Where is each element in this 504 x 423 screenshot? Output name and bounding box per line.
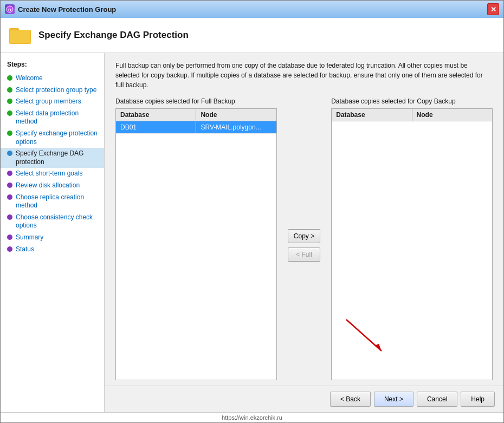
content-area: Steps: Welcome Select protection group t… xyxy=(1,53,503,412)
dot-choose-replica-creation-method xyxy=(7,194,12,200)
back-button[interactable]: < Back xyxy=(330,392,371,407)
app-icon: D xyxy=(5,4,15,14)
copy-backup-col-node: Node xyxy=(412,109,492,121)
full-backup-table-body: DB01 SRV-MAIL.polygon... xyxy=(116,121,276,378)
sidebar-item-welcome[interactable]: Welcome xyxy=(1,73,104,84)
steps-label: Steps: xyxy=(1,58,104,73)
sidebar-label-review-disk-allocation: Review disk allocation xyxy=(16,181,80,190)
sidebar-label-summary: Summary xyxy=(16,233,43,242)
copy-backup-table-body xyxy=(332,121,492,378)
sidebar-item-review-disk-allocation[interactable]: Review disk allocation xyxy=(1,180,104,192)
sidebar-item-select-group-members[interactable]: Select group members xyxy=(1,96,104,108)
sidebar-item-status[interactable]: Status xyxy=(1,244,104,256)
dot-select-short-term-goals xyxy=(7,171,12,176)
sidebar: Steps: Welcome Select protection group t… xyxy=(1,53,105,412)
close-button[interactable]: ✕ xyxy=(487,3,499,15)
full-button[interactable]: < Full xyxy=(288,248,320,262)
full-backup-section: Database copies selected for Full Backup… xyxy=(115,97,277,380)
sidebar-label-status: Status xyxy=(16,245,34,254)
sidebar-label-select-group-members: Select group members xyxy=(16,97,81,106)
full-backup-row-node: SRV-MAIL.polygon... xyxy=(196,121,276,133)
dot-summary xyxy=(7,235,12,240)
status-bar: https://win.ekzorchik.ru xyxy=(1,412,503,422)
sidebar-item-choose-replica-creation-method[interactable]: Choose replica creation method xyxy=(1,192,104,212)
page-title: Specify Exchange DAG Protection xyxy=(38,30,189,41)
copy-backup-section: Database copies selected for Copy Backup… xyxy=(331,97,493,380)
sidebar-label-select-short-term-goals: Select short-term goals xyxy=(16,170,82,178)
help-button[interactable]: Help xyxy=(461,392,495,407)
sidebar-item-select-protection-group-type[interactable]: Select protection group type xyxy=(1,84,104,96)
dot-select-protection-group-type xyxy=(7,87,12,93)
full-backup-label: Database copies selected for Full Backup xyxy=(115,97,277,105)
footer: < Back Next > Cancel Help xyxy=(105,386,503,412)
middle-buttons: Copy > < Full xyxy=(285,110,324,380)
sidebar-item-choose-consistency-check-options[interactable]: Choose consistency check options xyxy=(1,212,104,232)
main-panel: Full backup can only be performed from o… xyxy=(105,53,503,412)
full-backup-col-database: Database xyxy=(116,109,196,121)
dot-select-data-protection-method xyxy=(7,110,12,116)
copy-backup-table-header: Database Node xyxy=(332,109,492,121)
cancel-button[interactable]: Cancel xyxy=(417,392,457,407)
sidebar-label-specify-exchange-dag-protection: Specify Exchange DAG protection xyxy=(16,149,98,166)
sidebar-item-select-short-term-goals[interactable]: Select short-term goals xyxy=(1,168,104,180)
main-window: D Create New Protection Group ✕ Specify … xyxy=(0,0,504,423)
sidebar-label-welcome: Welcome xyxy=(16,74,43,83)
sidebar-item-summary[interactable]: Summary xyxy=(1,232,104,244)
info-text: Full backup can only be performed from o… xyxy=(105,53,503,97)
sidebar-label-specify-exchange-protection-options: Specify exchange protection options xyxy=(16,129,98,146)
dot-specify-exchange-protection-options xyxy=(7,131,12,136)
sidebar-label-choose-replica-creation-method: Choose replica creation method xyxy=(16,193,98,210)
table-row[interactable]: DB01 SRV-MAIL.polygon... xyxy=(116,121,276,134)
dot-welcome xyxy=(7,75,12,81)
dot-choose-consistency-check-options xyxy=(7,214,12,220)
status-url: https://win.ekzorchik.ru xyxy=(222,414,282,421)
sidebar-label-choose-consistency-check-options: Choose consistency check options xyxy=(16,213,98,230)
sidebar-item-specify-exchange-protection-options[interactable]: Specify exchange protection options xyxy=(1,128,104,148)
full-backup-row-database: DB01 xyxy=(116,121,196,133)
svg-text:D: D xyxy=(8,8,11,12)
full-backup-table-header: Database Node xyxy=(116,109,276,121)
sidebar-item-select-data-protection-method[interactable]: Select data protection method xyxy=(1,108,104,128)
copy-backup-table: Database Node xyxy=(331,108,493,380)
sidebar-item-specify-exchange-dag-protection[interactable]: Specify Exchange DAG protection xyxy=(1,148,104,168)
header-section: Specify Exchange DAG Protection xyxy=(1,18,503,53)
sidebar-label-select-data-protection-method: Select data protection method xyxy=(16,109,98,126)
sidebar-label-select-protection-group-type: Select protection group type xyxy=(16,86,96,95)
next-button[interactable]: Next > xyxy=(374,392,413,407)
dag-content: Database copies selected for Full Backup… xyxy=(105,97,503,386)
dot-specify-exchange-dag-protection xyxy=(7,151,12,156)
copy-backup-label: Database copies selected for Copy Backup xyxy=(331,97,493,105)
title-bar: D Create New Protection Group ✕ xyxy=(1,1,503,18)
header-icon xyxy=(9,25,31,45)
tables-row: Database copies selected for Full Backup… xyxy=(115,97,493,380)
full-backup-col-node: Node xyxy=(196,109,276,121)
window-title: Create New Protection Group xyxy=(18,5,116,14)
svg-rect-4 xyxy=(10,30,30,43)
dot-select-group-members xyxy=(7,99,12,104)
title-bar-left: D Create New Protection Group xyxy=(5,4,116,14)
dot-review-disk-allocation xyxy=(7,183,12,188)
full-backup-table: Database Node DB01 SRV-MAIL.polygon... xyxy=(115,108,277,380)
copy-button[interactable]: Copy > xyxy=(288,229,320,243)
dot-status xyxy=(7,246,12,252)
copy-backup-col-database: Database xyxy=(332,109,412,121)
